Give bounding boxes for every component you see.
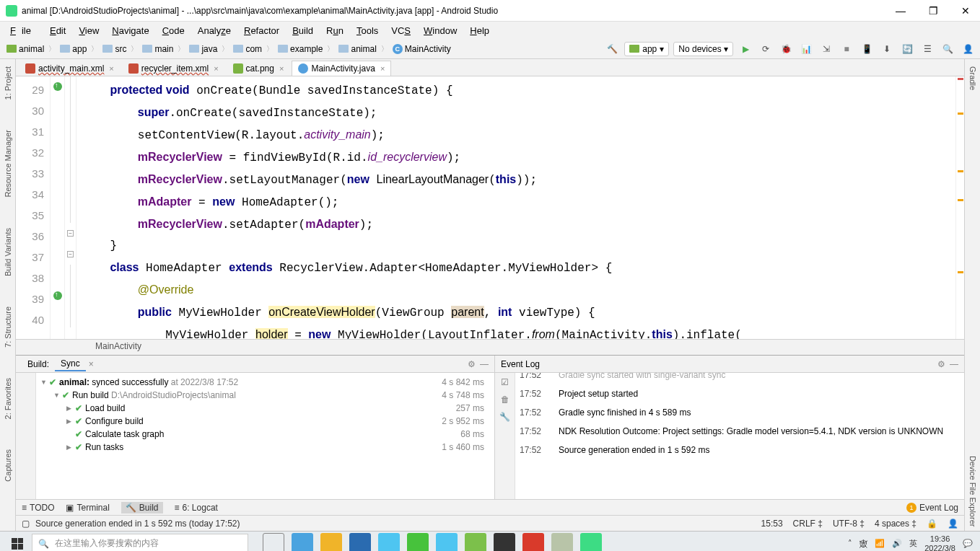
- run-config-select[interactable]: app ▾: [624, 42, 669, 56]
- build-row[interactable]: ▼✔animal: synced successfully at 2022/3/…: [40, 376, 490, 389]
- gear-icon[interactable]: ⚙: [468, 359, 476, 369]
- tab-close-icon[interactable]: ×: [380, 64, 385, 73]
- menu-vcs[interactable]: VCS: [385, 24, 416, 38]
- fold-icon[interactable]: −: [67, 230, 74, 237]
- code-content[interactable]: protected void onCreate(Bundle savedInst…: [76, 76, 955, 339]
- taskbar-app-icon[interactable]: [436, 533, 458, 552]
- windows-search-input[interactable]: 🔍 在这里输入你要搜索的内容: [32, 534, 248, 552]
- minimize-panel-icon[interactable]: —: [480, 359, 489, 369]
- taskbar-app-icon[interactable]: [378, 533, 400, 552]
- breadcrumb-app[interactable]: app: [58, 43, 89, 55]
- breadcrumb-animal-pkg[interactable]: animal: [336, 43, 378, 55]
- tool-todo[interactable]: ≡ TODO: [22, 503, 54, 513]
- tool-terminal[interactable]: ▣ Terminal: [66, 503, 109, 513]
- menu-file[interactable]: File: [4, 24, 43, 38]
- stop-button[interactable]: ■: [839, 41, 854, 57]
- breadcrumb-src[interactable]: src: [100, 43, 128, 55]
- tray-ime[interactable]: 英: [909, 538, 917, 549]
- menu-analyze[interactable]: Analyze: [192, 24, 237, 38]
- warning-marker-icon[interactable]: [958, 199, 963, 201]
- status-inspect-icon[interactable]: 👤: [948, 519, 958, 529]
- apply-changes-button[interactable]: ⟳: [758, 41, 774, 57]
- tool-resource-manager[interactable]: Resource Manager: [3, 125, 13, 202]
- tab-close-icon[interactable]: ×: [109, 64, 113, 73]
- maximize-button[interactable]: ❐: [924, 5, 942, 17]
- menu-view[interactable]: View: [73, 24, 105, 38]
- tool-build-variants[interactable]: Build Variants: [3, 224, 13, 281]
- tray-network-icon[interactable]: 🕸: [859, 539, 867, 548]
- trash-icon[interactable]: 🗑: [501, 394, 509, 405]
- menu-navigate[interactable]: Navigate: [106, 24, 154, 38]
- error-marker-icon[interactable]: [958, 78, 963, 80]
- run-button[interactable]: ▶: [738, 41, 753, 57]
- tool-captures[interactable]: Captures: [3, 445, 13, 486]
- tool-build[interactable]: 🔨 Build: [121, 502, 163, 513]
- tab-activity-main-xml[interactable]: activity_main.xml ×: [19, 61, 121, 76]
- menu-window[interactable]: Window: [418, 24, 463, 38]
- tab-close-icon[interactable]: ×: [214, 64, 218, 73]
- structure-button[interactable]: ☰: [919, 41, 935, 57]
- build-row[interactable]: ▶✔Load build257 ms: [40, 402, 490, 415]
- tray-notifications-icon[interactable]: 💬: [963, 539, 973, 548]
- profile-button[interactable]: 📊: [798, 41, 814, 57]
- override-marker-icon[interactable]: [53, 82, 62, 91]
- warning-marker-icon[interactable]: [958, 113, 963, 115]
- code-editor[interactable]: 293031323334353637383940 − − protected v…: [16, 76, 964, 339]
- status-line-sep[interactable]: CRLF ‡: [793, 519, 823, 529]
- build-row[interactable]: ▼✔Run build D:\AndroidStudioProjects\ani…: [40, 389, 490, 402]
- tab-mainactivity-java[interactable]: MainActivity.java ×: [292, 61, 391, 76]
- taskbar-app-icon[interactable]: [494, 533, 515, 552]
- tool-device-file-explorer[interactable]: Device File Explorer: [968, 451, 978, 531]
- user-button[interactable]: 👤: [960, 41, 976, 57]
- tool-event-log[interactable]: 1Event Log: [906, 503, 958, 513]
- event-list[interactable]: 17:52Gradle sync started with single-var…: [515, 373, 964, 499]
- tab-close-icon[interactable]: ×: [89, 359, 94, 369]
- build-tab-build[interactable]: Build:: [22, 358, 55, 371]
- build-tab-sync[interactable]: Sync: [55, 357, 86, 371]
- close-button[interactable]: ✕: [957, 5, 974, 17]
- build-tree[interactable]: ▼✔animal: synced successfully at 2022/3/…: [36, 373, 494, 499]
- avd-button[interactable]: 📱: [859, 41, 875, 57]
- tool-structure[interactable]: 7: Structure: [3, 302, 13, 352]
- status-encoding[interactable]: UTF-8 ‡: [833, 519, 865, 529]
- minimize-button[interactable]: —: [891, 5, 910, 17]
- taskbar-app-icon[interactable]: [292, 533, 313, 552]
- breadcrumb-com[interactable]: com: [231, 43, 264, 55]
- tool-logcat[interactable]: ≡ 6: Logcat: [175, 503, 218, 513]
- tray-volume-icon[interactable]: 🔊: [892, 539, 902, 548]
- error-stripe[interactable]: [955, 76, 964, 339]
- tab-close-icon[interactable]: ×: [279, 64, 284, 73]
- breadcrumb-mainactivity[interactable]: CMainActivity: [390, 43, 453, 55]
- tray-chevron-icon[interactable]: ˄: [848, 539, 852, 548]
- taskbar-app-icon[interactable]: [465, 533, 486, 552]
- breadcrumb-main[interactable]: main: [140, 43, 175, 55]
- settings-icon[interactable]: 🔧: [499, 412, 510, 422]
- editor-breadcrumb[interactable]: MainActivity: [16, 339, 964, 355]
- breadcrumb-java[interactable]: java: [187, 43, 219, 55]
- override-marker-icon[interactable]: [53, 291, 62, 300]
- build-row[interactable]: ▶✔Run tasks1 s 460 ms: [40, 441, 490, 454]
- status-hide-icon[interactable]: ▢: [22, 519, 30, 529]
- search-button[interactable]: 🔍: [940, 41, 955, 57]
- warning-marker-icon[interactable]: [958, 170, 963, 172]
- taskbar-app-icon[interactable]: [349, 533, 371, 552]
- warning-marker-icon[interactable]: [958, 271, 963, 273]
- build-row[interactable]: ✔Calculate task graph68 ms: [40, 428, 490, 441]
- taskbar-app-icon[interactable]: [320, 533, 342, 552]
- task-view-icon[interactable]: [263, 533, 284, 552]
- tool-project[interactable]: 1: Project: [3, 62, 13, 104]
- tab-recycler-item-xml[interactable]: recycler_item.xml ×: [122, 61, 225, 76]
- menu-refactor[interactable]: Refactor: [238, 24, 285, 38]
- taskbar-app-icon[interactable]: [580, 533, 602, 552]
- sync-button[interactable]: 🔄: [899, 41, 915, 57]
- tool-gradle[interactable]: Gradle: [968, 62, 978, 94]
- build-row[interactable]: ▶✔Configure build2 s 952 ms: [40, 415, 490, 428]
- menu-run[interactable]: Run: [320, 24, 349, 38]
- make-button[interactable]: 🔨: [604, 41, 620, 57]
- tool-favorites[interactable]: 2: Favorites: [3, 374, 13, 423]
- taskbar-app-icon[interactable]: [551, 533, 573, 552]
- sdk-button[interactable]: ⬇: [879, 41, 895, 57]
- breadcrumb-example[interactable]: example: [276, 43, 325, 55]
- minimize-panel-icon[interactable]: —: [950, 359, 958, 369]
- menu-edit[interactable]: Edit: [44, 24, 71, 38]
